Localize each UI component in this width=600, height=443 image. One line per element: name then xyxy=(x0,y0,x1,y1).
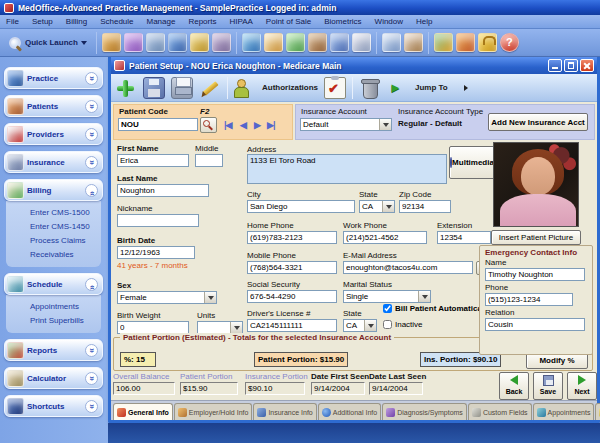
insert-patient-picture-button[interactable]: Insert Patient Picture xyxy=(491,230,581,245)
next-record-button[interactable]: ▶ xyxy=(254,120,260,130)
practice-building-icon[interactable] xyxy=(212,33,231,52)
extension-input[interactable] xyxy=(437,231,491,244)
cpt-codes-icon[interactable] xyxy=(102,33,121,52)
emergency-phone-input[interactable] xyxy=(485,293,573,306)
menu-manage[interactable]: Manage xyxy=(147,17,176,26)
lab-tests-icon[interactable] xyxy=(168,33,187,52)
jump-to-button[interactable]: Jump To xyxy=(415,83,448,92)
close-button[interactable] xyxy=(580,59,594,72)
insurance-account-select[interactable]: Default xyxy=(300,118,392,131)
menu-help[interactable]: Help xyxy=(416,17,432,26)
expand-chevron-icon[interactable] xyxy=(85,372,98,385)
security-key-icon[interactable] xyxy=(190,33,209,52)
dl-state-select[interactable]: CA xyxy=(343,319,377,332)
edit-button[interactable] xyxy=(199,77,221,99)
expand-chevron-icon[interactable] xyxy=(85,156,98,169)
city-input[interactable] xyxy=(247,200,355,213)
appointments-calendar-icon[interactable] xyxy=(404,33,423,52)
address-input[interactable]: 1133 El Toro Road xyxy=(247,154,447,184)
tab-appointments[interactable]: Appointments xyxy=(533,403,595,420)
nickname-input[interactable] xyxy=(117,214,199,227)
social-security-input[interactable] xyxy=(247,290,337,303)
authorizations-button[interactable]: Authorizations xyxy=(262,83,318,92)
sidebar-item-reports[interactable]: Reports xyxy=(4,339,103,361)
first-name-input[interactable] xyxy=(117,154,189,167)
drivers-license-input[interactable] xyxy=(247,319,337,332)
workstation-icon[interactable] xyxy=(330,33,349,52)
jump-to-icon[interactable] xyxy=(387,77,409,99)
last-record-button[interactable]: ▶| xyxy=(267,120,274,130)
scheduled-reports-icon[interactable] xyxy=(382,33,401,52)
sidebar-item-calculator[interactable]: Calculator xyxy=(4,367,103,389)
claims-icon[interactable] xyxy=(242,33,261,52)
payments-icon[interactable] xyxy=(264,33,283,52)
expand-chevron-icon[interactable] xyxy=(85,344,98,357)
menu-point-of-sale[interactable]: Point of Sale xyxy=(266,17,311,26)
marital-status-select[interactable]: Single xyxy=(343,290,431,303)
tab-diagnosis-symptoms[interactable]: Diagnosis/Symptoms xyxy=(382,403,467,420)
sidebar-item-patients[interactable]: Patients xyxy=(4,95,103,117)
lock-icon[interactable] xyxy=(478,33,497,52)
home-phone-input[interactable] xyxy=(247,231,337,244)
sidebar-item-print-superbills[interactable]: Print Superbills xyxy=(6,314,101,328)
sidebar-item-practice[interactable]: Practice xyxy=(4,67,103,89)
patient-setup-icon[interactable] xyxy=(146,33,165,52)
email-input[interactable] xyxy=(343,261,473,274)
save-button[interactable] xyxy=(143,77,165,99)
middle-name-input[interactable] xyxy=(195,154,223,167)
expand-chevron-icon[interactable] xyxy=(85,100,98,113)
save-record-button[interactable]: Save xyxy=(533,372,563,400)
sidebar-item-process-claims[interactable]: Process Claims xyxy=(6,234,101,248)
previous-record-button[interactable]: ◀ xyxy=(240,120,246,130)
emergency-relation-input[interactable] xyxy=(485,318,585,331)
sidebar-item-enter-cms-1500[interactable]: Enter CMS-1500 xyxy=(6,206,101,220)
work-phone-input[interactable] xyxy=(343,231,427,244)
print-button[interactable] xyxy=(171,77,193,99)
sidebar-item-providers[interactable]: Providers xyxy=(4,123,103,145)
window-monitor-icon[interactable] xyxy=(456,33,475,52)
menu-reports[interactable]: Reports xyxy=(188,17,216,26)
tab-patient-notes[interactable]: Patient Notes xyxy=(595,403,600,420)
inactive-checkbox[interactable] xyxy=(383,320,392,329)
mobile-phone-input[interactable] xyxy=(247,261,337,274)
minimize-button[interactable] xyxy=(548,59,562,72)
statements-icon[interactable] xyxy=(352,33,371,52)
tab-insurance-info[interactable]: Insurance Info xyxy=(253,403,316,420)
state-select[interactable]: CA xyxy=(359,200,395,213)
menu-file[interactable]: File xyxy=(6,17,19,26)
multimedia-button[interactable]: Multimedia xyxy=(449,146,495,179)
eligibility-check-button[interactable] xyxy=(324,77,346,99)
zip-code-input[interactable] xyxy=(399,200,451,213)
sidebar-item-receivables[interactable]: Receivables xyxy=(6,248,101,262)
birth-date-input[interactable] xyxy=(117,246,195,259)
collapse-chevron-icon[interactable] xyxy=(85,278,98,291)
patient-code-input[interactable] xyxy=(118,118,198,131)
delete-button[interactable] xyxy=(359,77,381,99)
expand-chevron-icon[interactable] xyxy=(85,400,98,413)
add-patient-button[interactable] xyxy=(115,77,137,99)
first-record-button[interactable]: |◀ xyxy=(224,120,231,130)
maximize-button[interactable] xyxy=(564,59,578,72)
back-button[interactable]: Back xyxy=(499,372,529,400)
quick-launch-button[interactable]: Quick Launch xyxy=(4,31,91,55)
inventory-icon[interactable] xyxy=(308,33,327,52)
menu-biometrics[interactable]: Biometrics xyxy=(324,17,361,26)
sex-select[interactable]: Female xyxy=(117,291,217,304)
menu-schedule[interactable]: Schedule xyxy=(100,17,133,26)
expand-chevron-icon[interactable] xyxy=(85,72,98,85)
menu-window[interactable]: Window xyxy=(375,17,403,26)
billing-reports-icon[interactable] xyxy=(286,33,305,52)
help-icon[interactable] xyxy=(500,33,519,52)
tab-employer-hold-info[interactable]: Employer/Hold Info xyxy=(174,403,253,420)
sidebar-item-insurance[interactable]: Insurance xyxy=(4,151,103,173)
collapse-chevron-icon[interactable] xyxy=(85,184,98,197)
last-name-input[interactable] xyxy=(117,184,209,197)
menu-hipaa[interactable]: HIPAA xyxy=(229,17,252,26)
menu-billing[interactable]: Billing xyxy=(66,17,87,26)
add-new-insurance-button[interactable]: Add New Insurance Acct xyxy=(488,113,588,131)
tab-custom-fields[interactable]: Custom Fields xyxy=(468,403,532,420)
sidebar-item-appointments[interactable]: Appointments xyxy=(6,300,101,314)
sidebar-item-shortcuts[interactable]: Shortcuts xyxy=(4,395,103,417)
sidebar-item-billing[interactable]: Billing xyxy=(4,179,103,201)
authorizations-icon[interactable] xyxy=(234,77,256,99)
